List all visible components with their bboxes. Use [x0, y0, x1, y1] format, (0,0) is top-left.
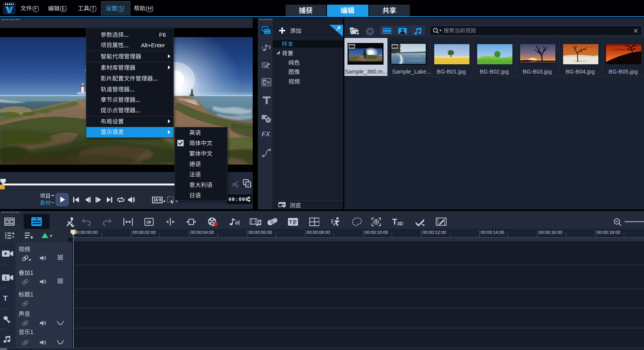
svg-text:3D: 3D — [397, 221, 403, 226]
svg-text:B: B — [267, 80, 270, 85]
svg-text:T: T — [289, 219, 292, 225]
svg-text:A: A — [263, 80, 266, 85]
svg-text:T: T — [392, 217, 397, 226]
svg-text:1: 1 — [5, 275, 7, 281]
